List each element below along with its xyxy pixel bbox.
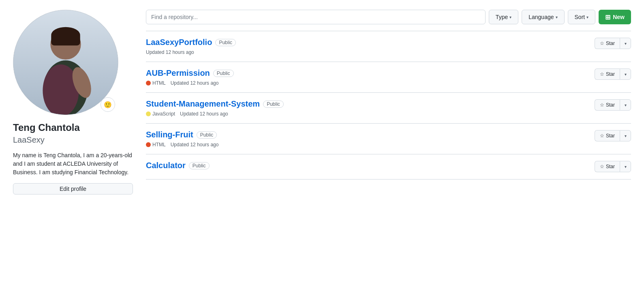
- profile-bio: My name is Teng Chantola, I am a 20-year…: [13, 151, 133, 177]
- repo-title-row: Selling-Fruit Public: [146, 130, 588, 139]
- star-dropdown-chevron-icon: ▾: [625, 41, 627, 46]
- star-dropdown-button[interactable]: ▾: [620, 68, 631, 80]
- repo-visibility-badge: Public: [213, 70, 234, 77]
- search-filter-bar: Type ▾ Language ▾ Sort ▾ ⊞ New: [146, 10, 631, 24]
- sort-label: Sort: [575, 14, 585, 20]
- repo-item: Calculator Public ☆ Star ▾: [146, 154, 631, 180]
- repo-meta: HTML Updated 12 hours ago: [146, 142, 588, 148]
- star-icon: ☆: [600, 102, 604, 108]
- search-input[interactable]: [146, 10, 486, 24]
- repo-item-left: AUB-Permission Public HTML Updated 12 ho…: [146, 68, 588, 86]
- star-icon: ☆: [600, 133, 604, 139]
- repo-item-left: Student-Management-System Public JavaScr…: [146, 99, 588, 117]
- repo-visibility-badge: Public: [215, 39, 236, 46]
- new-repo-label: New: [613, 14, 625, 20]
- type-label: Type: [496, 14, 508, 20]
- star-dropdown-chevron-icon: ▾: [625, 103, 627, 107]
- avatar-wrapper: 🙂: [13, 10, 118, 115]
- star-dropdown-chevron-icon: ▾: [625, 72, 627, 77]
- star-dropdown-button[interactable]: ▾: [620, 161, 631, 172]
- repo-meta: JavaScript Updated 12 hours ago: [146, 111, 588, 117]
- repo-meta: HTML Updated 12 hours ago: [146, 80, 588, 86]
- main-content: Type ▾ Language ▾ Sort ▾ ⊞ New LaaSexyPo…: [146, 10, 631, 195]
- star-label: Star: [606, 133, 615, 139]
- repo-updated: Updated 12 hours ago: [180, 111, 228, 117]
- repo-item-left: Calculator Public: [146, 161, 588, 173]
- new-repo-button[interactable]: ⊞ New: [599, 10, 631, 24]
- edit-profile-button[interactable]: Edit profile: [13, 183, 133, 195]
- repo-updated: Updated 12 hours ago: [171, 80, 219, 86]
- repo-title-row: AUB-Permission Public: [146, 68, 588, 78]
- repo-item: Selling-Fruit Public HTML Updated 12 hou…: [146, 124, 631, 154]
- star-icon: ☆: [600, 71, 604, 77]
- star-dropdown-button[interactable]: ▾: [620, 99, 631, 111]
- repo-item-right: ☆ Star ▾: [595, 38, 631, 49]
- repo-name-link[interactable]: Student-Management-System: [146, 99, 260, 109]
- repo-visibility-badge: Public: [263, 100, 284, 108]
- repo-name-link[interactable]: Selling-Fruit: [146, 130, 193, 139]
- language-chevron-icon: ▾: [556, 15, 558, 19]
- star-icon: ☆: [600, 164, 604, 169]
- new-repo-icon: ⊞: [605, 13, 610, 21]
- repo-item-right: ☆ Star ▾: [595, 130, 631, 141]
- sort-chevron-icon: ▾: [586, 15, 588, 19]
- sidebar: 🙂 Teng Chantola LaaSexy My name is Teng …: [13, 10, 133, 195]
- star-label: Star: [606, 102, 615, 108]
- profile-username: LaaSexy: [13, 135, 133, 145]
- emoji-icon: 🙂: [104, 101, 112, 109]
- repo-item-left: Selling-Fruit Public HTML Updated 12 hou…: [146, 130, 588, 148]
- star-button[interactable]: ☆ Star: [595, 38, 620, 49]
- star-icon: ☆: [600, 41, 604, 46]
- repo-item: Student-Management-System Public JavaScr…: [146, 93, 631, 124]
- star-label: Star: [606, 41, 615, 46]
- repo-item: LaaSexyPortfolio Public Updated 12 hours…: [146, 31, 631, 62]
- svg-rect-7: [51, 34, 80, 46]
- repo-name-link[interactable]: LaaSexyPortfolio: [146, 38, 212, 47]
- star-label: Star: [606, 71, 615, 77]
- repo-language: HTML: [146, 142, 166, 148]
- star-dropdown-chevron-icon: ▾: [625, 165, 627, 169]
- type-filter-button[interactable]: Type ▾: [489, 10, 518, 24]
- language-filter-button[interactable]: Language ▾: [522, 10, 564, 24]
- star-dropdown-button[interactable]: ▾: [620, 130, 631, 141]
- repo-name-link[interactable]: Calculator: [146, 161, 186, 170]
- repo-item-right: ☆ Star ▾: [595, 161, 631, 172]
- star-dropdown-button[interactable]: ▾: [620, 38, 631, 49]
- language-label: Language: [528, 14, 554, 20]
- repo-title-row: LaaSexyPortfolio Public: [146, 38, 588, 47]
- lang-dot-icon: [146, 81, 151, 86]
- repo-item-right: ☆ Star ▾: [595, 99, 631, 111]
- star-button[interactable]: ☆ Star: [595, 161, 620, 172]
- repo-meta: Updated 12 hours ago: [146, 49, 588, 55]
- star-button[interactable]: ☆ Star: [595, 130, 620, 141]
- repo-updated: Updated 12 hours ago: [146, 49, 194, 55]
- repo-language: HTML: [146, 80, 166, 86]
- repo-visibility-badge: Public: [197, 131, 217, 139]
- lang-dot-icon: [146, 111, 151, 116]
- profile-name: Teng Chantola: [13, 122, 133, 134]
- star-dropdown-chevron-icon: ▾: [625, 134, 627, 138]
- emoji-button[interactable]: 🙂: [101, 97, 115, 112]
- repo-item-right: ☆ Star ▾: [595, 68, 631, 80]
- repo-language: JavaScript: [146, 111, 175, 117]
- repo-name-link[interactable]: AUB-Permission: [146, 68, 210, 78]
- lang-dot-icon: [146, 142, 151, 147]
- repo-updated: Updated 12 hours ago: [171, 142, 219, 148]
- repo-title-row: Student-Management-System Public: [146, 99, 588, 109]
- repo-list: LaaSexyPortfolio Public Updated 12 hours…: [146, 31, 631, 180]
- repo-item: AUB-Permission Public HTML Updated 12 ho…: [146, 62, 631, 93]
- type-chevron-icon: ▾: [509, 15, 511, 19]
- repo-visibility-badge: Public: [189, 162, 210, 169]
- star-button[interactable]: ☆ Star: [595, 99, 620, 111]
- search-input-wrapper: [146, 10, 486, 24]
- star-label: Star: [606, 164, 615, 169]
- page-layout: 🙂 Teng Chantola LaaSexy My name is Teng …: [0, 0, 644, 204]
- repo-item-left: LaaSexyPortfolio Public Updated 12 hours…: [146, 38, 588, 55]
- star-button[interactable]: ☆ Star: [595, 68, 620, 80]
- sort-filter-button[interactable]: Sort ▾: [568, 10, 596, 24]
- repo-title-row: Calculator Public: [146, 161, 588, 170]
